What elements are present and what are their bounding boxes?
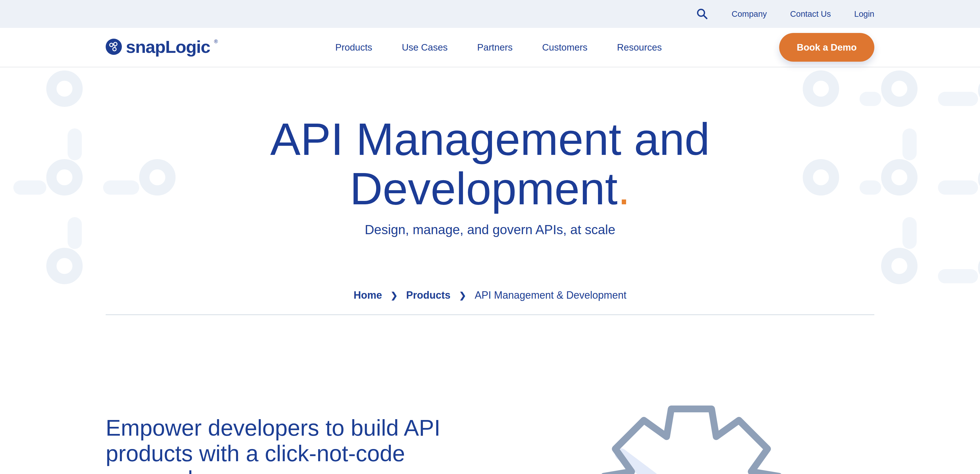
page-title-line1: API Management and <box>270 114 710 164</box>
utility-bar: Company Contact Us Login <box>0 0 980 28</box>
chevron-right-icon: ❯ <box>391 289 398 302</box>
breadcrumb-current-page: API Management & Development <box>475 289 626 302</box>
section-divider <box>106 314 874 315</box>
primary-nav: Products Use Cases Partners Customers Re… <box>335 42 662 53</box>
snaplogic-molecule-icon <box>106 39 122 56</box>
hero-subtitle: Design, manage, and govern APIs, at scal… <box>0 222 980 237</box>
breadcrumb-home[interactable]: Home <box>354 289 382 302</box>
topbar-link-contact-us[interactable]: Contact Us <box>790 10 831 19</box>
feature-heading: Empower developers to build API products… <box>106 415 480 474</box>
nav-item-customers[interactable]: Customers <box>542 42 587 53</box>
topbar-link-login[interactable]: Login <box>854 10 874 19</box>
nav-item-products[interactable]: Products <box>335 42 372 53</box>
nav-item-use-cases[interactable]: Use Cases <box>402 42 447 53</box>
chevron-right-icon: ❯ <box>459 289 466 302</box>
breadcrumb-products[interactable]: Products <box>406 289 450 302</box>
breadcrumb: Home ❯ Products ❯ API Management & Devel… <box>0 289 980 302</box>
page-title-period: . <box>617 163 630 214</box>
book-a-demo-button[interactable]: Book a Demo <box>779 33 874 62</box>
hero-section: API Management and Development. Design, … <box>0 67 980 315</box>
nav-item-partners[interactable]: Partners <box>477 42 513 53</box>
search-icon[interactable] <box>696 8 708 20</box>
topbar-link-company[interactable]: Company <box>732 10 767 19</box>
nav-item-resources[interactable]: Resources <box>617 42 662 53</box>
page-title: API Management and Development. <box>0 115 980 214</box>
logo-wordmark: snapLogic <box>126 39 210 55</box>
snaplogic-logo[interactable]: snapLogic ® <box>106 39 218 56</box>
main-navbar: snapLogic ® Products Use Cases Partners … <box>0 28 980 67</box>
page-title-line2: Development <box>350 163 617 214</box>
registered-mark: ® <box>214 39 218 44</box>
feature-section: Empower developers to build API products… <box>0 415 980 474</box>
